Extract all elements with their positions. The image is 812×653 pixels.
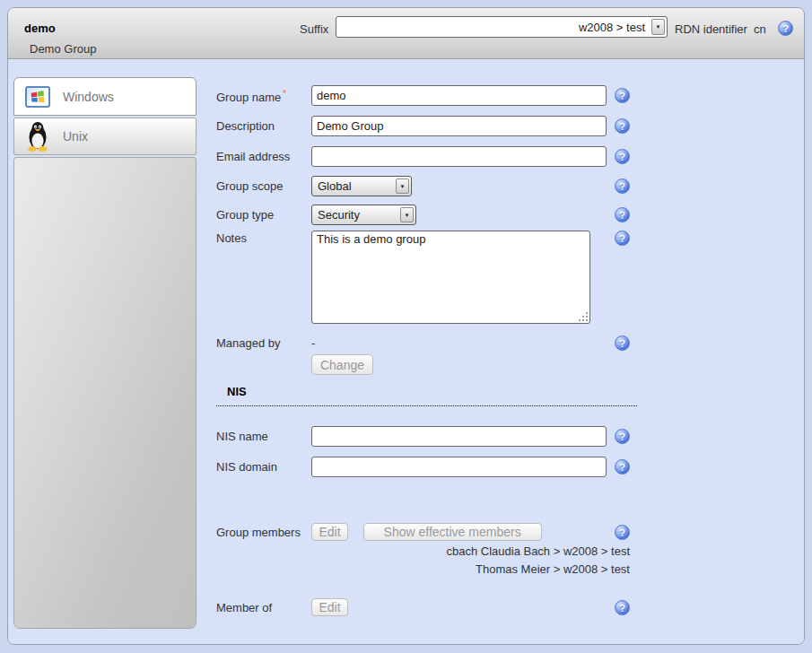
help-icon[interactable]: ? [778, 21, 793, 36]
header-bar: demo Demo Group Suffix w2008 > test ▼ RD… [8, 8, 804, 59]
notes-textarea[interactable]: This is a demo group [311, 231, 590, 324]
group-name-row: Group name* ? [216, 85, 630, 106]
group-members-edit-button[interactable]: Edit [311, 523, 348, 541]
show-effective-members-button[interactable]: Show effective members [363, 523, 542, 541]
help-icon[interactable]: ? [615, 118, 630, 134]
suffix-label: Suffix [300, 22, 332, 36]
help-icon[interactable]: ? [615, 178, 630, 194]
member-of-label: Member of [216, 598, 311, 614]
notes-row: Notes This is a demo group ? [216, 231, 630, 326]
group-name-label: Group name* [216, 85, 311, 104]
nis-name-input[interactable] [311, 426, 607, 447]
group-scope-row: Group scope Global ▼ ? [216, 176, 630, 196]
tab-unix[interactable]: Unix [13, 118, 196, 155]
group-scope-label: Group scope [216, 176, 311, 193]
member-of-row: Member of Edit ? [216, 598, 630, 616]
windows-logo-icon [25, 86, 50, 108]
tux-penguin-icon [25, 120, 50, 152]
help-icon[interactable]: ? [615, 525, 630, 540]
group-members-list: cbach Claudia Bach > w2008 > test Thomas… [216, 543, 630, 579]
group-type-value: Security [318, 208, 360, 222]
nis-domain-input[interactable] [311, 457, 607, 477]
suffix-select[interactable]: w2008 > test ▼ [336, 16, 668, 38]
required-marker: * [283, 89, 286, 99]
rdn-identifier-value: cn [754, 22, 766, 36]
suffix-selected-value: w2008 > test [579, 21, 645, 34]
nis-domain-row: NIS domain ? [216, 457, 630, 477]
group-members-label: Group members [216, 523, 311, 539]
group-scope-value: Global [318, 179, 352, 193]
nis-section-header: NIS [216, 385, 637, 406]
email-label: Email address [216, 146, 311, 163]
description-input[interactable] [311, 116, 607, 136]
content-area: Windows [8, 60, 804, 644]
notes-label: Notes [216, 231, 311, 245]
description-row: Description ? [216, 116, 630, 136]
tab-unix-label: Unix [63, 129, 88, 144]
managed-by-label: Managed by [216, 333, 311, 350]
group-scope-select[interactable]: Global ▼ [311, 176, 412, 196]
page-title: demo [24, 22, 56, 35]
help-icon[interactable]: ? [615, 149, 630, 164]
description-label: Description [216, 116, 311, 133]
help-icon[interactable]: ? [615, 459, 630, 475]
chevron-down-icon[interactable]: ▼ [400, 207, 414, 222]
tab-windows[interactable]: Windows [13, 77, 196, 116]
nis-domain-label: NIS domain [216, 457, 311, 474]
group-type-label: Group type [216, 205, 311, 222]
help-icon[interactable]: ? [615, 88, 630, 103]
sidebar-panel [13, 157, 196, 629]
member-of-edit-button[interactable]: Edit [311, 598, 348, 616]
change-button[interactable]: Change [311, 354, 373, 375]
member-entry: Thomas Meier > w2008 > test [216, 561, 630, 579]
nis-name-row: NIS name ? [216, 426, 630, 447]
member-entry: cbach Claudia Bach > w2008 > test [216, 543, 630, 561]
group-editor-window: demo Demo Group Suffix w2008 > test ▼ RD… [7, 7, 805, 645]
email-row: Email address ? [216, 146, 630, 167]
page-subtitle: Demo Group [30, 42, 96, 56]
help-icon[interactable]: ? [615, 207, 630, 222]
managed-by-row: Managed by - Change ? [216, 333, 630, 375]
nis-name-label: NIS name [216, 426, 311, 443]
email-input[interactable] [311, 146, 607, 167]
group-name-input[interactable] [311, 85, 607, 106]
help-icon[interactable]: ? [615, 231, 630, 246]
managed-by-value: - [311, 333, 630, 350]
chevron-down-icon[interactable]: ▼ [651, 19, 665, 35]
sidebar: Windows [13, 60, 196, 644]
chevron-down-icon[interactable]: ▼ [396, 178, 409, 194]
group-members-row: Group members Edit Show effective member… [216, 523, 630, 541]
help-icon[interactable]: ? [615, 600, 630, 615]
group-type-row: Group type Security ▼ ? [216, 205, 630, 225]
group-type-select[interactable]: Security ▼ [311, 205, 416, 225]
tab-windows-label: Windows [63, 90, 114, 104]
help-icon[interactable]: ? [615, 429, 630, 444]
rdn-identifier-label: RDN identifier [675, 22, 747, 36]
nis-section-title: NIS [227, 385, 247, 398]
help-icon[interactable]: ? [615, 335, 630, 351]
